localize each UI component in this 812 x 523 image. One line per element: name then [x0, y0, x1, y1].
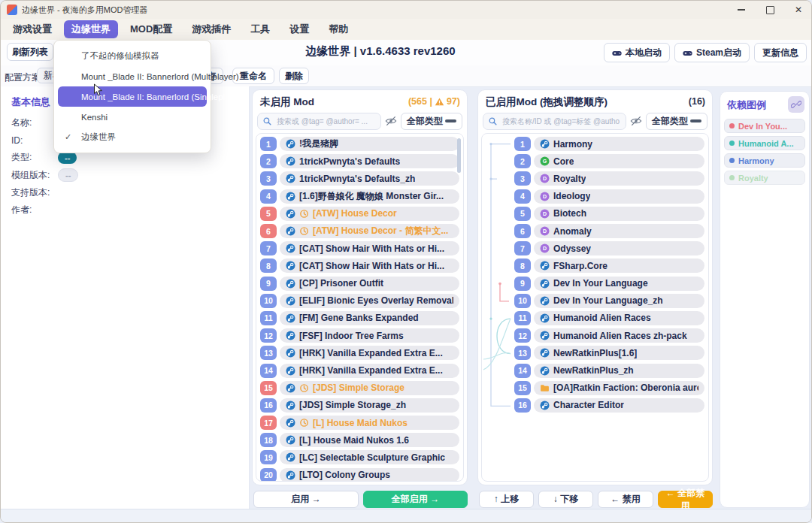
mod-pill[interactable]: [L] House Maid Nukos	[280, 416, 459, 430]
game-menu-item-4[interactable]: ✓边缘世界	[54, 127, 211, 147]
mod-pill[interactable]: [HRK] Vanilla Expanded Extra E...	[280, 364, 459, 378]
enabled-search-box[interactable]	[483, 113, 626, 130]
enabled-mod-row[interactable]: 12Humanoid Alien Races zh-pack	[483, 327, 707, 344]
mod-pill[interactable]: DBiotech	[534, 207, 704, 221]
enable-button[interactable]: 启用 →	[253, 491, 359, 508]
mod-pill[interactable]: GCore	[534, 154, 704, 168]
legend-item[interactable]: Royalty	[724, 171, 805, 185]
enable-all-button[interactable]: 全部启用 →	[363, 491, 468, 508]
unused-hide-toggle[interactable]	[381, 115, 401, 127]
mod-pill[interactable]: [FSF] Indoor Tree Farms	[280, 328, 459, 343]
game-menu-item-1[interactable]: Mount _Blade II: Bannerlord (Multiplayer…	[54, 66, 211, 86]
unused-mod-row[interactable]: 10[ELIF] Bionic Eyes Overlay Removal	[258, 292, 462, 310]
unused-mod-row[interactable]: 16[JDS] Simple Storage_zh	[258, 397, 462, 414]
enabled-search-input[interactable]	[501, 116, 621, 126]
enabled-mod-row[interactable]: 4DIdeology	[483, 188, 707, 205]
mod-pill[interactable]: [L] House Maid Nukos 1.6	[280, 433, 459, 447]
game-menu-item-0[interactable]: 了不起的修仙模拟器	[54, 46, 211, 66]
mod-pill[interactable]: [HRK] Vanilla Expanded Extra E...	[280, 346, 459, 360]
close-button[interactable]: ✕	[784, 1, 812, 19]
mod-pill[interactable]: Humanoid Alien Races zh-pack	[534, 328, 704, 343]
mod-pill[interactable]: [CP] Prisoner Outfit	[280, 277, 459, 291]
unused-mod-row[interactable]: 19[LC] Selectable Sculpture Graphic	[258, 449, 462, 466]
menu-item-6[interactable]: 帮助	[321, 20, 356, 38]
menu-item-3[interactable]: 游戏插件	[184, 20, 238, 38]
unused-mod-row[interactable]: 14[HRK] Vanilla Expanded Extra E...	[258, 361, 462, 379]
enabled-mod-row[interactable]: 7DOdyssey	[483, 240, 707, 257]
minimize-button[interactable]	[727, 1, 756, 19]
unused-type-filter[interactable]: 全部类型	[401, 113, 462, 130]
unused-mod-row[interactable]: 11[FM] Gene Banks Expanded	[258, 310, 462, 327]
steam-launch-button[interactable]: Steam启动	[674, 43, 750, 62]
move-up-button[interactable]: ↑ 上移	[479, 491, 534, 508]
unused-mod-row[interactable]: 4[1.6]野兽娘化 魔物娘 Monster Gir...	[258, 188, 462, 205]
mod-pill[interactable]: [ELIF] Bionic Eyes Overlay Removal	[280, 294, 459, 308]
mod-pill[interactable]: [ATW] House Decor - 简繁中文...	[280, 224, 459, 238]
mod-pill[interactable]: 1trickPwnyta's Defaults_zh	[280, 171, 459, 186]
mod-pill[interactable]: [ATW] House Decor	[280, 207, 459, 221]
mod-pill[interactable]: DIdeology	[534, 189, 704, 204]
enabled-mod-row[interactable]: 2GCore	[483, 153, 707, 170]
mod-pill[interactable]: NewRatkinPlus_zh	[534, 364, 704, 378]
refresh-list-button[interactable]: 刷新列表	[7, 43, 53, 61]
mod-pill[interactable]: [FM] Gene Banks Expanded	[280, 311, 459, 325]
mod-pill[interactable]: [LC] Selectable Sculpture Graphic	[280, 450, 459, 464]
legend-item[interactable]: Dev In You...	[724, 119, 805, 133]
legend-item[interactable]: Harmony	[724, 153, 805, 168]
enabled-mod-row[interactable]: 1Harmony	[483, 135, 707, 153]
unused-mod-row[interactable]: 13[HRK] Vanilla Expanded Extra E...	[258, 344, 462, 361]
unused-search-input[interactable]	[275, 116, 376, 126]
unused-mod-row[interactable]: 6[ATW] House Decor - 简繁中文...	[258, 222, 462, 240]
enabled-mod-row[interactable]: 13NewRatkinPlus[1.6]	[483, 344, 707, 361]
mod-pill[interactable]: DOdyssey	[534, 241, 704, 255]
menu-item-5[interactable]: 设置	[282, 20, 317, 38]
enabled-type-filter[interactable]: 全部类型	[646, 113, 707, 130]
disable-all-button[interactable]: ← 全部禁用	[658, 491, 713, 508]
mod-pill[interactable]: Humanoid Alien Races	[534, 311, 704, 325]
unused-search-box[interactable]	[257, 113, 381, 130]
unused-mod-row[interactable]: 8[CAT] Show Hair With Hats or Hi...	[258, 257, 462, 274]
enabled-mod-row[interactable]: 16Character Editor	[483, 397, 707, 414]
legend-link-button[interactable]	[788, 96, 804, 113]
enabled-mod-row[interactable]: 6DAnomaly	[483, 222, 707, 240]
enabled-mod-row[interactable]: 9Dev In Your Language	[483, 275, 707, 292]
unused-mod-row[interactable]: 5[ATW] House Decor	[258, 205, 462, 222]
unused-mod-row[interactable]: 12[FSF] Indoor Tree Farms	[258, 327, 462, 344]
mod-pill[interactable]: DAnomaly	[534, 224, 704, 238]
menu-item-0[interactable]: 游戏设置	[5, 20, 59, 38]
mod-pill[interactable]: Character Editor	[534, 398, 704, 413]
enabled-mod-row[interactable]: 14NewRatkinPlus_zh	[483, 361, 707, 379]
mod-pill[interactable]: [CAT] Show Hair With Hats or Hi...	[280, 241, 459, 255]
mod-pill[interactable]: [CAT] Show Hair With Hats or Hi...	[280, 258, 459, 273]
mod-pill[interactable]: [JDS] Simple Storage_zh	[280, 398, 459, 413]
mod-pill[interactable]: [OA]Ratkin Faction: Oberonia aurea	[534, 381, 704, 395]
menu-item-1[interactable]: 边缘世界	[64, 20, 118, 38]
enabled-hide-toggle[interactable]	[626, 115, 646, 127]
mod-pill[interactable]: DRoyalty	[534, 171, 704, 186]
disable-button[interactable]: ← 禁用	[598, 491, 653, 508]
unused-mod-row[interactable]: 17[L] House Maid Nukos	[258, 414, 462, 431]
enabled-mod-row[interactable]: 3DRoyalty	[483, 170, 707, 187]
enabled-mod-row[interactable]: 15[OA]Ratkin Faction: Oberonia aurea	[483, 379, 707, 397]
enabled-mod-row[interactable]: 8FSharp.Core	[483, 257, 707, 274]
menu-item-4[interactable]: 工具	[243, 20, 277, 38]
delete-profile-button[interactable]: 删除	[279, 68, 309, 84]
unused-mod-row[interactable]: 31trickPwnyta's Defaults_zh	[258, 170, 462, 187]
mod-pill[interactable]: Dev In Your Language_zh	[534, 294, 704, 308]
legend-item[interactable]: Humanoid A...	[724, 136, 805, 150]
mod-pill[interactable]: !我是猪脚	[280, 137, 459, 151]
unused-mod-row[interactable]: 7[CAT] Show Hair With Hats or Hi...	[258, 240, 462, 257]
update-info-button[interactable]: 更新信息	[754, 43, 807, 62]
enabled-mod-row[interactable]: 11Humanoid Alien Races	[483, 310, 707, 327]
mod-pill[interactable]: Harmony	[534, 137, 704, 151]
unused-list-scrollbar[interactable]	[457, 138, 461, 173]
mod-pill[interactable]: [JDS] Simple Storage	[280, 381, 459, 395]
unused-mod-row[interactable]: 15[JDS] Simple Storage	[258, 379, 462, 397]
mod-pill[interactable]: [1.6]野兽娘化 魔物娘 Monster Gir...	[280, 189, 459, 204]
local-launch-button[interactable]: 本地启动	[604, 43, 670, 62]
game-menu-item-3[interactable]: Kenshi	[54, 107, 211, 127]
unused-mod-row[interactable]: 20[LTO] Colony Groups	[258, 467, 462, 482]
menu-item-2[interactable]: MOD配置	[123, 20, 180, 38]
mod-pill[interactable]: 1trickPwnyta's Defaults	[280, 154, 459, 168]
enabled-mod-row[interactable]: 10Dev In Your Language_zh	[483, 292, 707, 310]
